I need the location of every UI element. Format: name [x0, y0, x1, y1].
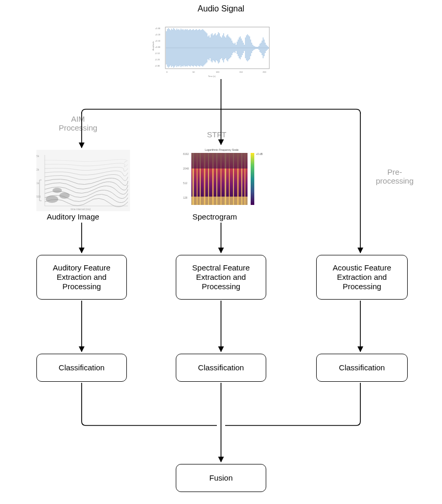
svg-text:-0.20: -0.20: [155, 58, 160, 61]
box-classification-mid: Classification: [176, 354, 266, 382]
box-fusion: Fusion: [176, 464, 266, 492]
auditory-image-caption: Auditory Image: [36, 212, 140, 221]
svg-text:2048: 2048: [183, 167, 189, 170]
svg-text:1k: 1k: [36, 182, 40, 185]
svg-point-124: [59, 192, 70, 199]
svg-text:200: 200: [263, 71, 266, 73]
svg-rect-148: [251, 153, 254, 205]
spectrogram-thumb-title: Logarithmic Frequency Scale: [205, 148, 239, 151]
svg-text:5k: 5k: [36, 154, 40, 158]
box-classification-left: Classification: [36, 354, 127, 382]
svg-text:+0.30: +0.30: [155, 27, 161, 30]
spectrogram-thumbnail: Logarithmic Frequency Scale: [182, 147, 264, 211]
svg-text:100: 100: [216, 71, 219, 73]
svg-point-125: [53, 188, 62, 193]
spectrogram-caption: Spectrogram: [182, 212, 275, 221]
box-auditory-feature: Auditory Feature Extraction and Processi…: [36, 255, 127, 300]
auditory-image-thumbnail: 5k 2k 1k 500 time interval (ms): [36, 150, 130, 211]
svg-text:time interval (ms): time interval (ms): [71, 208, 91, 211]
svg-text:+0.10: +0.10: [155, 40, 161, 42]
edge-label-stft: STFT: [207, 130, 238, 139]
diagram-title: Audio Signal: [0, 4, 442, 14]
svg-text:128: 128: [183, 196, 188, 199]
svg-text:2k: 2k: [36, 168, 40, 171]
edge-label-aim: AIM Processing: [55, 114, 101, 133]
edge-label-preprocessing: Pre- processing: [371, 167, 418, 186]
audio-waveform-thumbnail: +0.30 +0.20 +0.10 +0.00 -0.10 -0.20 -0.3…: [151, 22, 276, 78]
box-classification-right: Classification: [316, 354, 408, 382]
svg-text:150: 150: [239, 71, 243, 73]
svg-text:-0.30: -0.30: [155, 64, 160, 67]
svg-text:0: 0: [166, 71, 168, 73]
svg-text:8192: 8192: [183, 152, 189, 156]
svg-text:512: 512: [183, 182, 188, 185]
svg-rect-143: [191, 197, 248, 205]
box-acoustic-feature: Acoustic Feature Extraction and Processi…: [316, 255, 408, 300]
svg-text:-0.10: -0.10: [155, 52, 160, 55]
svg-text:500: 500: [36, 195, 41, 198]
svg-rect-142: [191, 153, 248, 169]
svg-point-123: [46, 196, 58, 203]
box-spectral-feature: Spectral Feature Extraction and Processi…: [176, 255, 266, 300]
svg-text:50: 50: [192, 71, 195, 73]
svg-text:+0.20: +0.20: [155, 33, 161, 36]
svg-text:+0.00: +0.00: [155, 46, 161, 48]
svg-text:Amplitude: Amplitude: [152, 41, 154, 50]
svg-text:Time (s): Time (s): [208, 75, 216, 77]
svg-text:+0 dB: +0 dB: [256, 152, 263, 156]
